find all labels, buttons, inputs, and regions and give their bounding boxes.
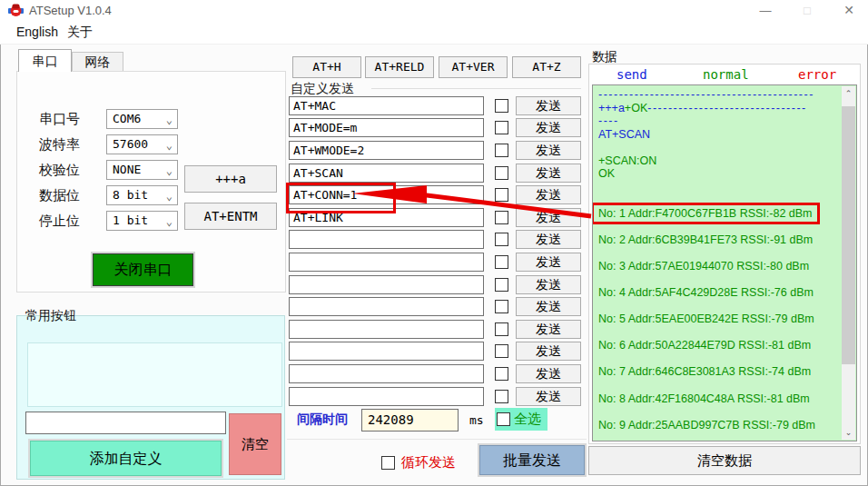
data-log-area: ----------------------------------------… (592, 84, 857, 441)
log-line (598, 247, 838, 261)
log-text: No: 3 Addr:57AE01944070 RSSI:-80 dBm (598, 260, 809, 273)
command-input[interactable]: AT+WMODE=2 (289, 141, 484, 160)
quick-command-button[interactable]: AT+Z (512, 56, 581, 78)
log-line: ---- (598, 114, 838, 128)
log-text: No: 8 Addr:42F16804C48A RSSI:-81 dBm (598, 392, 810, 405)
command-input[interactable] (289, 320, 484, 339)
tab-serial[interactable]: 串口 (18, 49, 72, 72)
command-checkbox[interactable] (495, 233, 508, 246)
close-button[interactable]: ✕ (833, 0, 864, 21)
log-line: No: 6 Addr:50A22844E79D RSSI:-81 dBm (598, 339, 838, 352)
select-all-checkbox[interactable] (497, 412, 510, 426)
title-bar: ATSetup V1.0.4 — □ ✕ (0, 0, 868, 21)
legend-send: send (616, 67, 647, 82)
command-input[interactable]: AT+MAC (289, 96, 484, 115)
send-button[interactable]: 发送 (516, 118, 581, 137)
add-custom-button[interactable]: 添加自定义 (30, 441, 222, 476)
command-checkbox[interactable] (495, 166, 508, 180)
tab-network[interactable]: 网络 (72, 52, 123, 72)
command-checkbox[interactable] (495, 211, 508, 224)
log-text: No: 6 Addr:50A22844E79D RSSI:-81 dBm (598, 339, 811, 352)
send-button[interactable]: 发送 (516, 364, 581, 383)
serial-field-select[interactable]: 57600⌄ (106, 134, 178, 154)
log-line: OK (598, 167, 838, 181)
log-line (598, 220, 838, 233)
command-checkbox[interactable] (495, 144, 508, 157)
custom-send-row: AT+SCAN发送 (289, 162, 585, 184)
command-checkbox[interactable] (495, 188, 508, 202)
custom-send-row: 发送 (289, 318, 585, 341)
serial-field-select[interactable]: COM6⌄ (106, 109, 178, 129)
quick-command-button[interactable]: AT+RELD (365, 56, 434, 78)
custom-send-row: 发送 (289, 362, 585, 385)
command-input[interactable]: AT+MODE=m (289, 118, 484, 137)
quick-command-button[interactable]: AT+VER (439, 56, 508, 78)
log-text: +++a (598, 102, 625, 114)
loop-send-checkbox[interactable] (381, 456, 395, 470)
log-text: ----------------------------------------… (598, 88, 814, 101)
scroll-down-icon[interactable]: ⌄ (842, 425, 855, 440)
send-button[interactable]: 发送 (516, 96, 581, 115)
menu-item-english[interactable]: English (16, 25, 58, 39)
batch-send-button[interactable]: 批量发送 (479, 445, 585, 475)
command-checkbox[interactable] (495, 322, 508, 336)
command-input[interactable]: AT+SCAN (289, 164, 484, 183)
serial-field-label: 校验位 (39, 162, 80, 179)
serial-field-select[interactable]: 8 bit⌄ (106, 185, 178, 205)
command-input[interactable] (289, 253, 484, 272)
command-input[interactable]: AT+CONN=1 (289, 185, 484, 204)
command-input[interactable] (289, 364, 484, 383)
command-checkbox[interactable] (495, 255, 508, 269)
command-input[interactable] (289, 342, 484, 361)
send-button[interactable]: 发送 (516, 164, 581, 183)
menu-item-about[interactable]: 关于 (67, 25, 93, 41)
log-scrollbar[interactable]: ⌃ ⌄ (842, 86, 855, 440)
plus-a-button[interactable]: +++a (184, 165, 277, 193)
log-text: +SCAN:ON (598, 154, 656, 167)
command-checkbox[interactable] (495, 99, 508, 113)
highlighted-log-line: No: 1 Addr:F4700C67FB1B RSSI:-82 dBm (594, 205, 817, 223)
custom-command-input[interactable] (25, 412, 226, 434)
command-input[interactable] (289, 297, 484, 316)
custom-send-row: 发送 (289, 251, 585, 273)
minimize-button[interactable]: — (750, 0, 781, 21)
serial-field-select[interactable]: 1 bit⌄ (106, 211, 178, 231)
close-serial-port-button[interactable]: 关闭串口 (93, 253, 193, 286)
command-checkbox[interactable] (495, 344, 508, 358)
command-input[interactable] (289, 275, 484, 294)
clear-data-button[interactable]: 清空数据 (588, 446, 861, 475)
send-button[interactable]: 发送 (516, 320, 581, 339)
select-value: NONE (113, 163, 141, 176)
send-button[interactable]: 发送 (516, 387, 581, 406)
at-entm-button[interactable]: AT+ENTM (184, 203, 277, 230)
command-checkbox[interactable] (495, 121, 508, 134)
custom-send-row: AT+CONN=1发送 (289, 183, 585, 206)
send-button[interactable]: 发送 (516, 141, 581, 160)
scrollbar-thumb[interactable] (842, 106, 855, 364)
command-checkbox[interactable] (495, 300, 508, 313)
send-button[interactable]: 发送 (516, 208, 581, 227)
send-button[interactable]: 发送 (516, 253, 581, 272)
command-checkbox[interactable] (495, 278, 508, 292)
common-buttons-title: 常用按钮 (25, 308, 76, 324)
send-button[interactable]: 发送 (516, 342, 581, 361)
maximize-button[interactable]: □ (792, 0, 823, 21)
scroll-up-icon[interactable]: ⌃ (842, 86, 855, 101)
serial-field-select[interactable]: NONE⌄ (106, 160, 178, 180)
command-checkbox[interactable] (495, 390, 508, 403)
clear-custom-button[interactable]: 清空 (229, 413, 281, 475)
send-button[interactable]: 发送 (516, 185, 581, 204)
send-button[interactable]: 发送 (516, 275, 581, 294)
custom-send-row: 发送 (289, 273, 585, 296)
command-checkbox[interactable] (495, 367, 508, 381)
command-input[interactable] (289, 230, 484, 249)
interval-input[interactable]: 242089 (361, 409, 459, 431)
quick-command-button[interactable]: AT+H (292, 56, 361, 78)
send-button[interactable]: 发送 (516, 297, 581, 316)
log-text: No: 5 Addr:5EAE00EB242E RSSI:-79 dBm (598, 312, 814, 325)
send-button[interactable]: 发送 (516, 230, 581, 249)
log-line: No: 7 Addr:646C8E3081A3 RSSI:-74 dBm (598, 365, 838, 379)
interval-label: 间隔时间 (297, 412, 348, 428)
command-input[interactable] (289, 387, 484, 406)
select-value: COM6 (113, 112, 141, 125)
